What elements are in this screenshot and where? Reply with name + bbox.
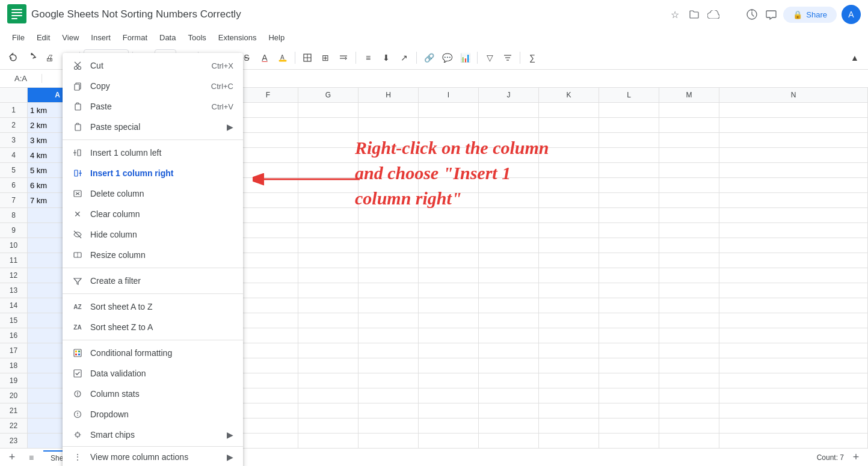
cell-j23[interactable] xyxy=(479,434,539,448)
folder-icon[interactable] xyxy=(687,7,701,22)
cell-l20[interactable] xyxy=(599,388,659,403)
cell-g9[interactable] xyxy=(298,223,359,238)
cell-k14[interactable] xyxy=(539,298,599,313)
cell-g1[interactable] xyxy=(298,103,359,117)
row-num-18[interactable]: 18 xyxy=(0,358,27,373)
cell-i8[interactable] xyxy=(419,208,479,222)
cell-n17[interactable] xyxy=(719,343,868,358)
ctx-dropdown[interactable]: Dropdown xyxy=(63,404,243,425)
col-header-l[interactable]: L xyxy=(599,88,659,102)
chart-button[interactable]: 📊 xyxy=(457,49,473,66)
cell-f8[interactable] xyxy=(238,208,298,222)
cell-k21[interactable] xyxy=(539,403,599,418)
cell-m22[interactable] xyxy=(659,418,719,433)
add-sheet-button[interactable]: + xyxy=(5,450,19,465)
cell-j10[interactable] xyxy=(479,238,539,253)
cell-g12[interactable] xyxy=(298,268,359,283)
filter-views-button[interactable] xyxy=(499,49,516,66)
cell-n1[interactable] xyxy=(719,103,868,117)
cell-j22[interactable] xyxy=(479,418,539,433)
cell-k3[interactable] xyxy=(539,133,599,147)
add-col-button[interactable]: + xyxy=(849,450,863,465)
cell-g14[interactable] xyxy=(298,298,359,313)
cell-j20[interactable] xyxy=(479,388,539,403)
cell-f21[interactable] xyxy=(238,403,298,418)
borders-button[interactable] xyxy=(299,49,316,66)
cell-l21[interactable] xyxy=(599,403,659,418)
cell-i12[interactable] xyxy=(419,268,479,283)
cell-j17[interactable] xyxy=(479,343,539,358)
cell-h3[interactable] xyxy=(359,133,419,147)
filter-button[interactable]: ▽ xyxy=(481,49,498,66)
cell-j4[interactable] xyxy=(479,148,539,162)
cloud-icon[interactable] xyxy=(706,7,721,22)
menu-insert[interactable]: Insert xyxy=(86,32,115,43)
ctx-hide-col[interactable]: Hide column xyxy=(63,224,243,245)
menu-view[interactable]: View xyxy=(57,32,84,43)
undo-button[interactable] xyxy=(5,49,22,66)
ctx-clear-col[interactable]: ✕ Clear column xyxy=(63,204,243,224)
cell-n5[interactable] xyxy=(719,163,868,177)
cell-i7[interactable] xyxy=(419,193,479,207)
cell-f2[interactable] xyxy=(238,118,298,132)
cell-f14[interactable] xyxy=(238,298,298,313)
share-button[interactable]: 🔒 Share xyxy=(783,7,837,23)
link-button[interactable]: 🔗 xyxy=(420,49,437,66)
cell-j13[interactable] xyxy=(479,283,539,298)
cell-n21[interactable] xyxy=(719,403,868,418)
cell-k10[interactable] xyxy=(539,238,599,253)
cell-l8[interactable] xyxy=(599,208,659,222)
cell-f9[interactable] xyxy=(238,223,298,238)
cell-j21[interactable] xyxy=(479,403,539,418)
ctx-data-validation[interactable]: Data validation xyxy=(63,363,243,384)
cell-k15[interactable] xyxy=(539,313,599,328)
row-num-9[interactable]: 9 xyxy=(0,223,27,238)
cell-k23[interactable] xyxy=(539,434,599,448)
cell-l19[interactable] xyxy=(599,373,659,388)
row-num-10[interactable]: 10 xyxy=(0,238,27,253)
cell-j8[interactable] xyxy=(479,208,539,222)
cell-g8[interactable] xyxy=(298,208,359,222)
collapse-toolbar-button[interactable]: ▲ xyxy=(846,49,863,66)
cell-h10[interactable] xyxy=(359,238,419,253)
cell-h12[interactable] xyxy=(359,268,419,283)
cell-l6[interactable] xyxy=(599,178,659,192)
ctx-sort-az[interactable]: AZ Sort sheet A to Z xyxy=(63,296,243,317)
cell-f1[interactable] xyxy=(238,103,298,117)
cell-m6[interactable] xyxy=(659,178,719,192)
ctx-resize-col[interactable]: Resize column xyxy=(63,245,243,265)
cell-n14[interactable] xyxy=(719,298,868,313)
cell-j2[interactable] xyxy=(479,118,539,132)
menu-help[interactable]: Help xyxy=(263,32,289,43)
cell-h23[interactable] xyxy=(359,434,419,448)
cell-m3[interactable] xyxy=(659,133,719,147)
cell-f5[interactable] xyxy=(238,163,298,177)
cell-h18[interactable] xyxy=(359,358,419,373)
cell-m10[interactable] xyxy=(659,238,719,253)
ctx-delete-col[interactable]: Delete column xyxy=(63,183,243,204)
cell-n15[interactable] xyxy=(719,313,868,328)
cell-h17[interactable] xyxy=(359,343,419,358)
cell-j16[interactable] xyxy=(479,328,539,343)
col-header-j[interactable]: J xyxy=(479,88,539,102)
cell-i16[interactable] xyxy=(419,328,479,343)
cell-k7[interactable] xyxy=(539,193,599,207)
cell-l15[interactable] xyxy=(599,313,659,328)
col-header-m[interactable]: M xyxy=(659,88,719,102)
cell-g16[interactable] xyxy=(298,328,359,343)
col-header-g[interactable]: G xyxy=(298,88,359,102)
cell-g19[interactable] xyxy=(298,373,359,388)
cell-g3[interactable] xyxy=(298,133,359,147)
cell-n4[interactable] xyxy=(719,148,868,162)
cell-f17[interactable] xyxy=(238,343,298,358)
ctx-insert-right[interactable]: Insert 1 column right xyxy=(63,163,243,183)
cell-n6[interactable] xyxy=(719,178,868,192)
halign-button[interactable]: ≡ xyxy=(360,49,377,66)
cell-g20[interactable] xyxy=(298,388,359,403)
cell-n9[interactable] xyxy=(719,223,868,238)
col-header-i[interactable]: I xyxy=(419,88,479,102)
cell-l22[interactable] xyxy=(599,418,659,433)
cell-k22[interactable] xyxy=(539,418,599,433)
row-num-13[interactable]: 13 xyxy=(0,283,27,298)
cell-f6[interactable] xyxy=(238,178,298,192)
